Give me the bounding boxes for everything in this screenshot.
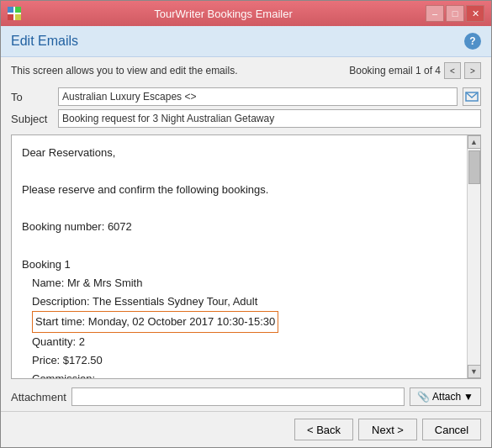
to-input[interactable] (58, 87, 458, 106)
booking-number: Booking number: 6072 (22, 218, 457, 236)
attach-button-label: Attach (432, 391, 461, 403)
booking-name: Name: Mr & Mrs Smith (22, 274, 457, 293)
title-bar: TourWriter Bookings Emailer – □ ✕ (1, 1, 491, 26)
app-icon (8, 7, 21, 20)
attach-button[interactable]: 📎 Attach ▼ (410, 387, 481, 406)
booking-header: Booking 1 (22, 256, 457, 274)
back-button[interactable]: < Back (294, 419, 353, 440)
scrollbar[interactable]: ▲ ▼ (467, 135, 480, 378)
main-window: TourWriter Bookings Emailer – □ ✕ Edit E… (0, 0, 492, 448)
booking-description: Description: The Essentials Sydney Tour,… (22, 293, 457, 311)
to-row: To (11, 87, 481, 106)
svg-rect-2 (8, 14, 13, 20)
subject-label: Subject (11, 113, 53, 125)
svg-rect-3 (15, 14, 21, 20)
subject-input[interactable] (58, 109, 481, 128)
attachment-input[interactable] (71, 387, 405, 406)
svg-rect-0 (8, 7, 13, 13)
booking-quantity: Quantity: 2 (22, 333, 457, 351)
window-controls: – □ ✕ (426, 5, 484, 22)
prev-booking-button[interactable]: < (444, 62, 461, 79)
section-header: Edit Emails ? (1, 26, 491, 57)
close-button[interactable]: ✕ (466, 5, 484, 22)
scroll-thumb[interactable] (468, 150, 480, 184)
scroll-down-arrow[interactable]: ▼ (468, 365, 481, 378)
attach-paperclip-icon: 📎 (417, 391, 430, 403)
email-body-container: Dear Reservations, Please reserve and co… (11, 134, 481, 379)
nav-controls: Booking email 1 of 4 < > (349, 62, 481, 79)
section-title: Edit Emails (11, 34, 78, 49)
subject-row: Subject (11, 109, 481, 128)
spacer3 (22, 236, 457, 255)
scroll-up-arrow[interactable]: ▲ (468, 135, 481, 149)
maximize-button[interactable]: □ (446, 5, 464, 22)
attachment-row: Attachment 📎 Attach ▼ (1, 382, 491, 411)
booking-start-time: Start time: Monday, 02 October 2017 10:3… (22, 311, 457, 333)
start-time-highlighted: Start time: Monday, 02 October 2017 10:3… (32, 311, 278, 333)
booking-counter: Booking email 1 of 4 (349, 65, 441, 76)
next-button[interactable]: Next > (358, 419, 417, 440)
booking-price: Price: $172.50 (22, 351, 457, 370)
greeting: Dear Reservations, (22, 144, 457, 162)
attach-dropdown-icon: ▼ (463, 391, 473, 403)
email-picker-icon[interactable] (463, 87, 481, 106)
minimize-button[interactable]: – (426, 5, 444, 22)
booking-commission: Commission: (22, 370, 457, 378)
email-body[interactable]: Dear Reservations, Please reserve and co… (12, 135, 467, 378)
info-bar: This screen allows you to view and edit … (1, 57, 491, 84)
help-icon[interactable]: ? (464, 33, 481, 50)
next-booking-button[interactable]: > (464, 62, 481, 79)
spacer2 (22, 199, 457, 218)
footer-buttons: < Back Next > Cancel (1, 411, 491, 447)
window-title: TourWriter Bookings Emailer (21, 8, 426, 20)
info-description: This screen allows you to view and edit … (11, 65, 237, 76)
spacer1 (22, 162, 457, 181)
attachment-label: Attachment (11, 391, 66, 403)
to-label: To (11, 91, 53, 103)
svg-rect-1 (15, 7, 21, 13)
form-area: To Subject (1, 84, 491, 131)
body-line1: Please reserve and confirm the following… (22, 181, 457, 199)
cancel-button[interactable]: Cancel (422, 419, 481, 440)
